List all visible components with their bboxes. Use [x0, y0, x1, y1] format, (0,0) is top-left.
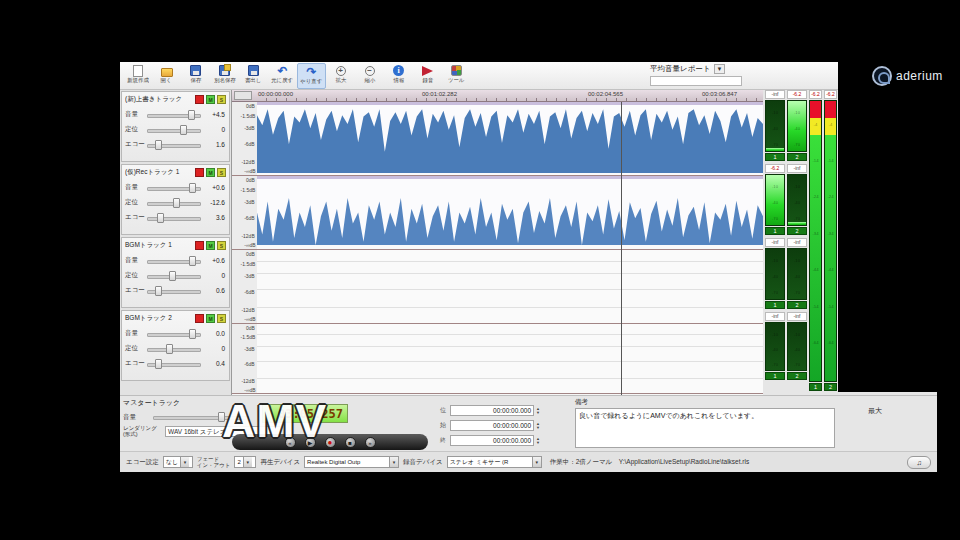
track-1-record-button[interactable]: [195, 95, 204, 104]
forward-button[interactable]: »: [365, 437, 376, 448]
meter-scale-label: -54: [811, 303, 820, 308]
meter-value: -inf: [787, 164, 807, 173]
palette-icon: [450, 64, 464, 77]
meter-scale-label: -24: [811, 194, 820, 199]
track-1-solo-button[interactable]: S: [217, 95, 226, 104]
report-box[interactable]: [650, 76, 742, 86]
spin-down-icon[interactable]: ▼: [536, 411, 540, 415]
track-4-エコー-slider[interactable]: [147, 359, 201, 369]
track-1-定位-slider[interactable]: [147, 125, 201, 135]
track-3-record-button[interactable]: [195, 241, 204, 250]
track-4-record-button[interactable]: [195, 314, 204, 323]
track-1-音量-slider[interactable]: [147, 110, 201, 120]
slider-thumb[interactable]: [155, 140, 162, 150]
timeline-ruler[interactable]: 00:00:00.00000:01:02.28200:02:04.56500:0…: [232, 90, 763, 102]
slider-label: 定位: [125, 271, 147, 280]
slider-thumb[interactable]: [157, 213, 164, 223]
memo-input[interactable]: 良い音で録れるようにAMVでのあれこれをしています。: [575, 408, 835, 448]
track-1-エコー-slider[interactable]: [147, 140, 201, 150]
wave-track-4[interactable]: 0dB-1.5dB-3dB-6dB-12dB-∞dB: [232, 324, 763, 394]
slider-thumb[interactable]: [189, 329, 196, 339]
record-button[interactable]: 録音: [413, 63, 442, 89]
zoom-in-button[interactable]: +拡大: [326, 63, 355, 89]
palette-button[interactable]: ツール: [442, 63, 471, 89]
spin-down-icon[interactable]: ▼: [536, 441, 540, 445]
track-3-solo-button[interactable]: S: [217, 241, 226, 250]
track-3-定位-slider[interactable]: [147, 271, 201, 281]
info-button[interactable]: i情報: [384, 63, 413, 89]
play-device-select[interactable]: Realtek Digital Outp ▾: [304, 456, 399, 468]
zoom-out-button[interactable]: −縮小: [355, 63, 384, 89]
track-2-定位-slider[interactable]: [147, 198, 201, 208]
export-icon: [247, 64, 261, 77]
chevron-down-icon[interactable]: ▾: [243, 457, 252, 467]
report-control: 平均音量レポート ▼: [650, 64, 770, 86]
save-as-button[interactable]: 別名保存: [210, 63, 239, 89]
meter-scale-label: -40: [767, 125, 782, 130]
track-2-エコー-slider[interactable]: [147, 213, 201, 223]
wave-track-2[interactable]: 0dB-1.5dB-3dB-6dB-12dB-∞dB: [232, 176, 763, 250]
slider-thumb[interactable]: [155, 286, 162, 296]
slider-thumb[interactable]: [188, 110, 195, 120]
track-1-mute-button[interactable]: M: [206, 95, 215, 104]
save-label: 保存: [190, 77, 201, 83]
track-2-mute-button[interactable]: M: [206, 168, 215, 177]
track-4-音量-slider[interactable]: [147, 329, 201, 339]
playhead-cursor[interactable]: [621, 102, 622, 395]
meter-scale-label: -70: [767, 215, 782, 220]
track-3-エコー-slider[interactable]: [147, 286, 201, 296]
spinner-icons[interactable]: ▲▼: [536, 407, 540, 415]
track-4-solo-button[interactable]: S: [217, 314, 226, 323]
slider-thumb[interactable]: [173, 198, 180, 208]
open-file-button[interactable]: 開く: [152, 63, 181, 89]
stop-button[interactable]: ■: [345, 437, 356, 448]
export-button[interactable]: 書出し: [239, 63, 268, 89]
slider-thumb[interactable]: [166, 344, 173, 354]
db-scale-label: -6dB: [245, 142, 255, 147]
slider-thumb[interactable]: [155, 359, 162, 369]
echo-select[interactable]: なし ▾: [163, 456, 193, 468]
spinner-icons[interactable]: ▲▼: [536, 422, 540, 430]
undo-button[interactable]: ↶元に戻す: [268, 63, 297, 89]
db-scale-label: -12dB: [242, 159, 255, 164]
time-field-input-3[interactable]: 00:00:00.000: [450, 435, 534, 446]
fade-select[interactable]: 2 ▾: [234, 456, 256, 468]
db-scale-label: 0dB: [246, 251, 255, 256]
wave-track-3[interactable]: 0dB-1.5dB-3dB-6dB-12dB-∞dB: [232, 250, 763, 324]
chevron-down-icon[interactable]: ▾: [180, 457, 189, 467]
zoom-in-label: 拡大: [335, 77, 346, 83]
time-field-input-2[interactable]: 00:00:00.000: [450, 420, 534, 431]
slider-thumb[interactable]: [169, 271, 176, 281]
track-2-record-button[interactable]: [195, 168, 204, 177]
time-field-input-1[interactable]: 00:00:00.000: [450, 405, 534, 416]
slider-label: 音量: [125, 256, 147, 265]
grid-line: [257, 273, 763, 274]
track-3-音量-slider[interactable]: [147, 256, 201, 266]
new-file-button[interactable]: 新規作成: [123, 63, 152, 89]
slider-thumb[interactable]: [180, 125, 187, 135]
master-vu-meter-bar: -4-14-24-34-44-54-64: [824, 100, 837, 382]
channel-number: 2: [824, 383, 837, 391]
track-3-mute-button[interactable]: M: [206, 241, 215, 250]
spin-down-icon[interactable]: ▼: [536, 426, 540, 430]
slider-label: 音量: [125, 183, 147, 192]
track-2-solo-button[interactable]: S: [217, 168, 226, 177]
track-4-定位-slider[interactable]: [147, 344, 201, 354]
chevron-down-icon[interactable]: ▾: [389, 457, 398, 467]
slider-thumb[interactable]: [189, 256, 196, 266]
slider-label: エコー: [125, 140, 147, 149]
slider-thumb[interactable]: [189, 183, 196, 193]
sound-button[interactable]: ♫: [907, 456, 931, 469]
report-caret-icon[interactable]: ▼: [714, 64, 726, 74]
save-icon: [189, 64, 203, 77]
track-2-音量-slider[interactable]: [147, 183, 201, 193]
db-scale-label: -3dB: [245, 126, 255, 131]
rec-device-select[interactable]: ステレオ ミキサー (R ▾: [447, 456, 542, 468]
wave-track-1[interactable]: 0dB-1.5dB-3dB-6dB-12dB-∞dB: [232, 102, 763, 176]
track-4-mute-button[interactable]: M: [206, 314, 215, 323]
save-button[interactable]: 保存: [181, 63, 210, 89]
ruler-corner-button[interactable]: [234, 91, 252, 100]
spinner-icons[interactable]: ▲▼: [536, 437, 540, 445]
chevron-down-icon[interactable]: ▾: [532, 457, 541, 467]
redo-button[interactable]: ↷やり直す: [297, 63, 326, 89]
